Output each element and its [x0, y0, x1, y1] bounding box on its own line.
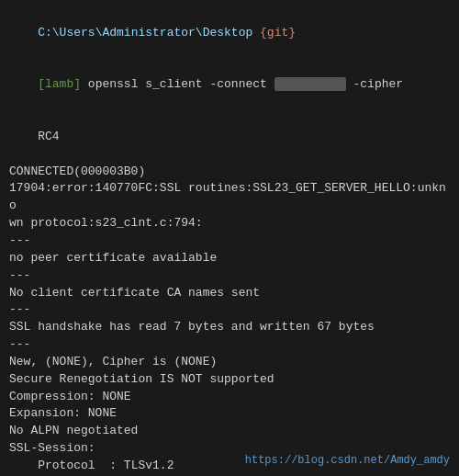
- terminal-window: C:\Users\Administrator\Desktop {git} [la…: [0, 0, 459, 476]
- output-sep3: ---: [9, 301, 450, 319]
- output-compression: Compression: NONE: [9, 389, 450, 406]
- ip-address: [274, 77, 346, 91]
- output-no-client: No client certificate CA names sent: [9, 285, 450, 302]
- output-new-none: New, (NONE), Cipher is (NONE): [9, 354, 450, 371]
- output-alpn: No ALPN negotiated: [9, 423, 450, 440]
- watermark: https://blog.csdn.net/Amdy_amdy: [245, 454, 450, 467]
- cipher-flag: -cipher: [346, 77, 403, 91]
- output-renegotiation: Secure Renegotiation IS NOT supported: [9, 371, 450, 389]
- prompt-lamb: [lamb]: [38, 77, 81, 91]
- output-error2: wn protocol:s23_clnt.c:794:: [9, 215, 450, 232]
- output-connected: CONNECTED(000003B0): [9, 164, 450, 181]
- rc4-text: RC4: [38, 130, 59, 143]
- output-sep1: ---: [9, 232, 450, 250]
- command-text: openssl s_client -connect: [81, 77, 274, 91]
- output-error1: 17904:error:140770FC:SSL routines:SSL23_…: [9, 180, 450, 215]
- output-expansion: Expansion: NONE: [9, 405, 450, 423]
- output-sep2: ---: [9, 267, 450, 285]
- output-no-peer: no peer certificate available: [9, 250, 450, 267]
- command-line: [lamb] openssl s_client -connect -cipher: [9, 60, 450, 112]
- prompt-git: {git}: [260, 26, 296, 40]
- output-handshake: SSL handshake has read 7 bytes and writt…: [9, 319, 450, 336]
- rc4-line: RC4: [9, 111, 450, 164]
- output-sep4: ---: [9, 336, 450, 354]
- prompt-line: C:\Users\Administrator\Desktop {git}: [9, 7, 450, 60]
- prompt-path: C:\Users\Administrator\Desktop: [38, 26, 260, 40]
